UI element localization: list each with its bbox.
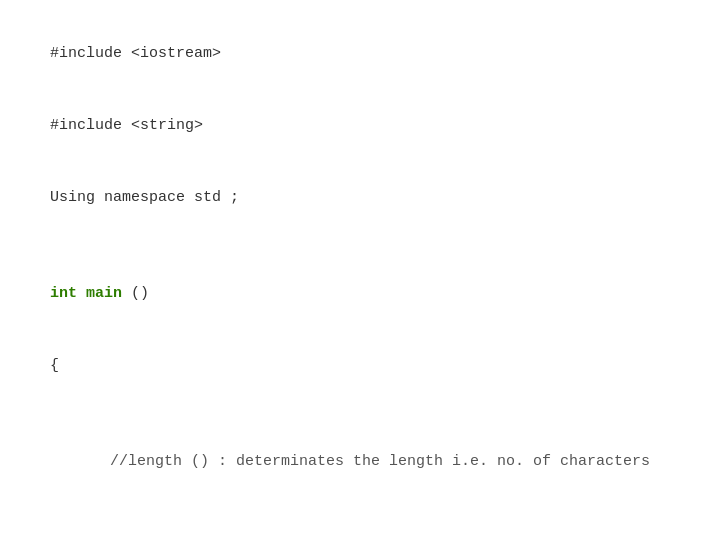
line-include-iostream: #include <iostream> bbox=[14, 18, 706, 90]
line-open-brace: { bbox=[14, 330, 706, 402]
int-main-keyword: int main bbox=[50, 285, 122, 302]
open-brace-text: { bbox=[50, 357, 59, 374]
line-using-namespace: Using namespace std ; bbox=[14, 162, 706, 234]
line-int-main: int main () bbox=[14, 258, 706, 330]
comment-text: //length () : determinates the length i.… bbox=[50, 453, 650, 470]
include-iostream-text: #include <iostream> bbox=[50, 45, 221, 62]
int-main-rest: () bbox=[122, 285, 149, 302]
string-s1-indent: string s1 ; bbox=[14, 525, 167, 540]
using-namespace-text: Using namespace std ; bbox=[50, 189, 239, 206]
include-string-text: #include <string> bbox=[50, 117, 203, 134]
line-comment: //length () : determinates the length i.… bbox=[14, 426, 706, 498]
line-include-string: #include <string> bbox=[14, 90, 706, 162]
code-block: #include <iostream> #include <string> Us… bbox=[14, 18, 706, 540]
blank-line-1 bbox=[14, 234, 706, 258]
blank-line-2 bbox=[14, 402, 706, 426]
line-string-s1: string s1 ; bbox=[14, 498, 706, 540]
